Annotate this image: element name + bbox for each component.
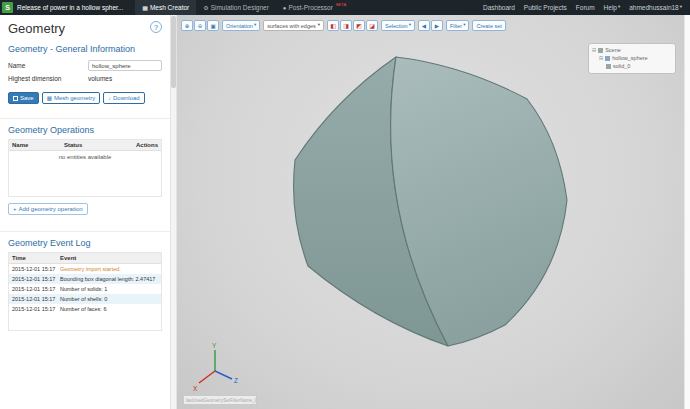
show-all-button[interactable]: ◪ bbox=[366, 20, 378, 31]
general-info-heading: Geometry - General Information bbox=[0, 38, 170, 58]
user-menu[interactable]: ahmedhussain18 ▾ bbox=[629, 4, 682, 11]
filter-name-field[interactable]: lastUsedGeometrySetFilterName_0 bbox=[183, 395, 257, 405]
zoom-out-button[interactable]: ⊖ bbox=[194, 20, 206, 31]
collapse-icon[interactable]: ⊟ bbox=[592, 48, 596, 53]
chevron-down-icon: ▾ bbox=[254, 23, 256, 28]
app-logo[interactable]: S bbox=[2, 2, 13, 13]
col-name: Name bbox=[9, 140, 61, 150]
selection-dropdown[interactable]: Selection ▾ bbox=[381, 20, 415, 31]
geometry-panel: Geometry ? Geometry - General Informatio… bbox=[0, 15, 170, 409]
event-text: Bounding box diagonal length: 2.47417 bbox=[57, 274, 161, 284]
solid-node-label: solid_0 bbox=[613, 63, 630, 69]
scene-tree-root[interactable]: ⊟ Scene bbox=[592, 46, 672, 54]
download-icon: ↓ bbox=[108, 95, 111, 101]
render-mode-select[interactable]: surfaces with edges ▾ bbox=[263, 20, 324, 31]
col-event: Event bbox=[57, 253, 161, 263]
add-geometry-operation-label: Add geometry operation bbox=[19, 206, 83, 212]
event-time: 2015-12-01 15:17 bbox=[9, 284, 57, 294]
collapse-icon[interactable]: ⊟ bbox=[599, 56, 603, 61]
page-scrollbar[interactable] bbox=[684, 15, 690, 409]
event-log-table: Time Event 2015-12-01 15:17 Geometry imp… bbox=[8, 252, 162, 331]
help-button[interactable]: ? bbox=[150, 21, 162, 33]
mesh-grid-icon: ▦ bbox=[47, 95, 52, 101]
event-log-header: Time Event bbox=[9, 253, 161, 264]
table-row: 2015-12-01 15:17 Geometry import started… bbox=[9, 264, 161, 274]
axis-y-label: Y bbox=[212, 342, 217, 349]
event-time: 2015-12-01 15:17 bbox=[9, 274, 57, 284]
operations-table: Name Status Actions no entities availabl… bbox=[8, 139, 162, 197]
event-text: Number of solids: 1 bbox=[57, 284, 161, 294]
geometry-node-label: hollow_sphere bbox=[612, 55, 647, 61]
show-selected-button[interactable]: ◧ bbox=[327, 20, 339, 31]
dot-icon: ● bbox=[283, 5, 287, 11]
help-menu[interactable]: Help ▾ bbox=[604, 4, 621, 11]
axis-x-label: X bbox=[193, 385, 198, 392]
username-label: ahmedhussain18 bbox=[629, 4, 679, 11]
event-text: Geometry import started. bbox=[57, 264, 161, 274]
scrollbar-thumb[interactable] bbox=[171, 16, 176, 88]
link-dashboard[interactable]: Dashboard bbox=[483, 4, 515, 11]
tab-mesh-creator[interactable]: ▦ Mesh Creator bbox=[135, 0, 196, 15]
zoom-fit-button[interactable]: ▣ bbox=[207, 20, 219, 31]
operations-heading: Geometry Operations bbox=[0, 119, 170, 139]
link-public-projects[interactable]: Public Projects bbox=[524, 4, 567, 11]
orientation-dropdown[interactable]: Orientation ▾ bbox=[222, 20, 260, 31]
topbar-links: Dashboard Public Projects Forum Help ▾ a… bbox=[483, 4, 690, 11]
tab-simulation-designer[interactable]: ⚙ Simulation Designer bbox=[196, 0, 276, 15]
tab-post-processor[interactable]: ● Post-Processor BETA bbox=[276, 0, 353, 15]
create-set-button[interactable]: Create set bbox=[472, 20, 505, 31]
save-icon bbox=[13, 96, 18, 101]
undo-selection-button[interactable]: ◀ bbox=[418, 20, 430, 31]
redo-selection-button[interactable]: ▶ bbox=[431, 20, 443, 31]
hollow-sphere-solid[interactable] bbox=[177, 15, 684, 409]
chevron-down-icon: ▾ bbox=[409, 23, 411, 28]
dimension-value: volumes bbox=[88, 75, 162, 82]
geometry-icon bbox=[605, 56, 610, 61]
chevron-down-icon: ▾ bbox=[618, 5, 620, 10]
operations-empty-text: no entities available bbox=[9, 151, 161, 162]
beta-badge: BETA bbox=[336, 2, 346, 7]
3d-viewport[interactable]: ⊕ ⊖ ▣ Orientation ▾ surfaces with edges … bbox=[177, 15, 684, 409]
col-status: Status bbox=[61, 140, 133, 150]
invert-visibility-button[interactable]: ◩ bbox=[353, 20, 365, 31]
mesh-geometry-button[interactable]: ▦ Mesh geometry bbox=[42, 92, 101, 104]
add-geometry-operation-button[interactable]: + Add geometry operation bbox=[8, 203, 88, 215]
grid-icon: ▦ bbox=[142, 4, 148, 11]
name-label: Name bbox=[8, 62, 88, 69]
scene-tree-solid[interactable]: solid_0 bbox=[592, 62, 672, 70]
workflow-tabs: ▦ Mesh Creator ⚙ Simulation Designer ● P… bbox=[135, 0, 353, 15]
event-log-filler bbox=[9, 314, 161, 330]
half-box-icon: ◪ bbox=[369, 22, 375, 29]
table-row: 2015-12-01 15:17 Number of solids: 1 bbox=[9, 284, 161, 294]
scene-tree-geometry[interactable]: ⊟ hollow_sphere bbox=[592, 54, 672, 62]
zoom-in-button[interactable]: ⊕ bbox=[181, 20, 193, 31]
download-button[interactable]: ↓ Download bbox=[103, 92, 144, 104]
gear-icon: ⚙ bbox=[203, 4, 208, 11]
help-menu-label: Help bbox=[604, 4, 617, 11]
tab-label: Post-Processor bbox=[288, 4, 332, 11]
axis-z-label: Z bbox=[234, 377, 238, 384]
filter-dropdown[interactable]: Filter ▾ bbox=[446, 20, 470, 31]
link-forum[interactable]: Forum bbox=[576, 4, 595, 11]
render-mode-value: surfaces with edges bbox=[267, 23, 316, 29]
col-time: Time bbox=[9, 253, 57, 263]
operations-filler bbox=[9, 162, 161, 196]
chevron-down-icon: ▾ bbox=[318, 23, 320, 28]
zoom-group: ⊕ ⊖ ▣ bbox=[181, 20, 219, 31]
event-log-heading: Geometry Event Log bbox=[0, 232, 170, 252]
plus-icon: + bbox=[13, 206, 17, 212]
dimension-label: Highest dimension bbox=[8, 75, 88, 82]
orientation-label: Orientation bbox=[226, 23, 253, 29]
tab-label: Mesh Creator bbox=[150, 4, 189, 11]
table-row: 2015-12-01 15:17 Bounding box diagonal l… bbox=[9, 274, 161, 284]
geometry-name-input[interactable] bbox=[88, 60, 162, 71]
save-button[interactable]: Save bbox=[8, 92, 39, 104]
event-text: Number of shells: 0 bbox=[57, 294, 161, 304]
event-time: 2015-12-01 15:17 bbox=[9, 264, 57, 274]
hide-selected-button[interactable]: ◨ bbox=[340, 20, 352, 31]
save-button-label: Save bbox=[20, 95, 34, 101]
axis-triad: Y X Z bbox=[191, 341, 243, 393]
scene-tree: ⊟ Scene ⊟ hollow_sphere solid_0 bbox=[588, 43, 676, 74]
filter-label: Filter bbox=[450, 23, 462, 29]
panel-scrollbar[interactable] bbox=[170, 15, 177, 409]
